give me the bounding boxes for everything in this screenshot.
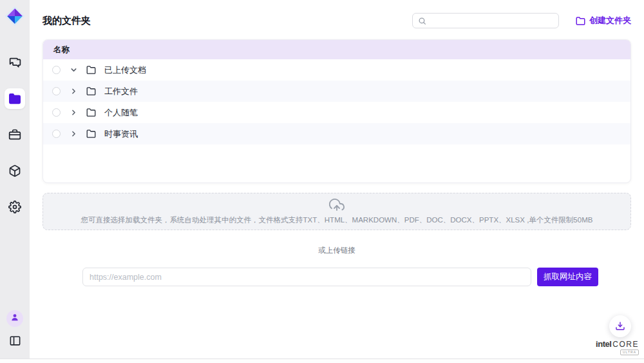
folder-name[interactable]: 已上传文档 <box>104 64 146 76</box>
sidebar-item-folders[interactable] <box>5 88 25 109</box>
chevron-right-icon[interactable] <box>69 108 78 117</box>
create-folder-label: 创建文件夹 <box>589 15 631 26</box>
search-box[interactable] <box>412 13 559 28</box>
sidebar-item-models[interactable] <box>5 161 25 181</box>
briefcase-icon <box>8 128 21 141</box>
table-row[interactable]: 已上传文档 <box>43 59 630 81</box>
window-bottom-edge <box>0 358 644 363</box>
main-content: 我的文件夹 创建文件夹 名称 <box>30 0 644 358</box>
upload-hint-text: 您可直接选择加载文件夹，系统自动处理其中的文件，文件格式支持TXT、HTML、M… <box>81 215 593 225</box>
folder-icon <box>86 65 96 75</box>
row-checkbox[interactable] <box>52 87 61 95</box>
chevron-right-icon[interactable] <box>69 130 78 139</box>
search-input[interactable] <box>430 16 553 25</box>
row-checkbox[interactable] <box>52 108 61 117</box>
upload-dropzone[interactable]: 您可直接选择加载文件夹，系统自动处理其中的文件，文件格式支持TXT、HTML、M… <box>43 193 631 230</box>
cloud-upload-icon <box>329 198 345 213</box>
sidebar-item-chat[interactable] <box>5 52 25 73</box>
ultra-badge: ultra <box>620 349 639 355</box>
sidebar-item-settings[interactable] <box>5 197 25 217</box>
table-header-row: 名称 <box>43 40 630 59</box>
page-title: 我的文件夹 <box>43 15 91 27</box>
folder-icon <box>86 108 96 117</box>
gear-icon <box>8 201 21 213</box>
folder-name[interactable]: 个人随笔 <box>104 107 138 119</box>
url-input[interactable] <box>82 268 531 286</box>
download-icon <box>615 321 625 331</box>
table-row[interactable]: 时事资讯 <box>43 123 630 144</box>
page-header: 我的文件夹 创建文件夹 <box>30 0 644 28</box>
chat-icon <box>8 56 22 70</box>
url-upload-row: 抓取网址内容 <box>82 268 598 286</box>
sidebar-nav <box>5 52 25 217</box>
name-column-header: 名称 <box>53 44 70 55</box>
core-logo-text: core <box>612 340 639 348</box>
chevron-right-icon[interactable] <box>69 87 78 96</box>
folder-name[interactable]: 时事资讯 <box>104 128 138 140</box>
folder-plus-icon <box>576 16 585 26</box>
folder-table: 名称 已上传文档 工作文件 <box>43 39 631 183</box>
collapse-panel-button[interactable] <box>9 335 21 349</box>
fetch-url-button[interactable]: 抓取网址内容 <box>537 268 598 286</box>
folder-icon <box>8 92 21 105</box>
table-row[interactable]: 工作文件 <box>43 81 630 102</box>
user-avatar[interactable] <box>6 310 23 327</box>
intel-core-logo: intel core ultra <box>596 340 639 355</box>
table-row[interactable]: 个人随笔 <box>43 102 630 123</box>
create-folder-button[interactable]: 创建文件夹 <box>576 15 631 26</box>
sidebar-item-workspace[interactable] <box>5 124 25 145</box>
cube-icon <box>8 164 21 177</box>
row-checkbox[interactable] <box>52 130 61 138</box>
sidebar <box>0 0 30 358</box>
download-fab-button[interactable] <box>609 315 631 337</box>
chevron-down-icon[interactable] <box>69 66 78 75</box>
folder-icon <box>86 129 96 139</box>
search-icon <box>418 17 426 25</box>
sidebar-bottom <box>6 310 23 349</box>
panel-layout-icon <box>9 338 21 349</box>
or-upload-link-label: 或上传链接 <box>30 246 644 255</box>
folder-name[interactable]: 工作文件 <box>104 86 138 97</box>
person-icon <box>10 313 19 324</box>
row-checkbox[interactable] <box>52 66 61 74</box>
app-logo-gem-icon <box>3 3 27 29</box>
folder-icon <box>86 86 96 96</box>
intel-logo-text: intel <box>596 340 611 348</box>
